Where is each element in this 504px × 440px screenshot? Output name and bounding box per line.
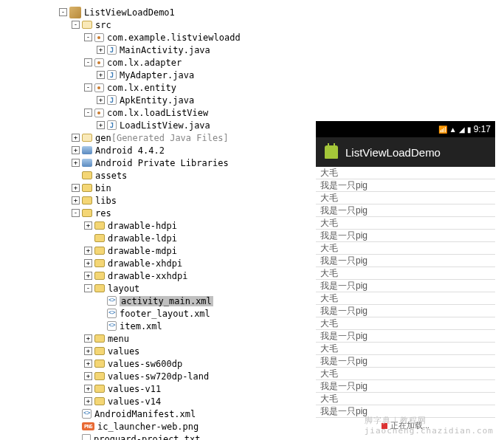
collapse-icon[interactable]: -	[84, 33, 92, 41]
expand-icon[interactable]: +	[84, 259, 92, 267]
expand-icon[interactable]: +	[84, 347, 92, 355]
tree-node[interactable]: +JMyAdapter.java	[0, 69, 310, 81]
expand-icon[interactable]: +	[84, 221, 92, 230]
tree-node[interactable]: drawable-ldpi	[0, 232, 310, 244]
list-item[interactable]: 大毛	[316, 192, 495, 204]
tree-label[interactable]: menu	[108, 334, 129, 344]
tree-node[interactable]: assets	[0, 169, 310, 182]
tree-label[interactable]: drawable-mdpi	[108, 246, 177, 256]
tree-label[interactable]: item.xml	[120, 321, 162, 331]
tree-label[interactable]: src	[95, 20, 111, 30]
tree-node[interactable]: +gen [Generated Java Files]	[0, 131, 310, 144]
collapse-icon[interactable]: -	[72, 209, 80, 217]
tree-label[interactable]: values-v11	[108, 384, 161, 394]
tree-label[interactable]: values	[108, 346, 139, 357]
list-item[interactable]: 我是一只pig	[316, 179, 495, 192]
tree-node[interactable]: proguard-project.txt	[0, 433, 310, 440]
tree-label[interactable]: drawable-ldpi	[108, 233, 177, 244]
list-item[interactable]: 我是一只pig	[316, 330, 495, 343]
collapse-icon[interactable]: -	[84, 284, 92, 292]
collapse-icon[interactable]: -	[84, 109, 92, 117]
collapse-icon[interactable]: -	[84, 58, 92, 66]
list-item[interactable]: 大毛	[316, 368, 495, 380]
tree-node[interactable]: -src	[0, 18, 310, 31]
list-item[interactable]: 我是一只pig	[316, 255, 495, 267]
list-item[interactable]: 大毛	[316, 242, 495, 255]
tree-label[interactable]: values-v14	[108, 396, 161, 407]
list-item[interactable]: 大毛	[316, 217, 495, 230]
list-item[interactable]: 大毛	[316, 267, 495, 280]
tree-node[interactable]: +values-sw600dp	[0, 357, 310, 370]
tree-node[interactable]: AndroidManifest.xml	[0, 408, 310, 420]
tree-label[interactable]: com.lx.loadListView	[107, 108, 208, 118]
tree-label[interactable]: values-sw600dp	[108, 359, 182, 369]
tree-node[interactable]: +values-v11	[0, 382, 310, 395]
expand-icon[interactable]: +	[72, 134, 80, 142]
tree-label[interactable]: ListViewLoadDemo1	[84, 7, 175, 18]
tree-label[interactable]: Android 4.4.2	[95, 145, 165, 156]
tree-node[interactable]: PNGic_launcher-web.png	[0, 420, 310, 433]
tree-label[interactable]: bin	[95, 183, 111, 193]
tree-label[interactable]: com.lx.entity	[107, 83, 176, 93]
list-item[interactable]: 大毛	[316, 317, 495, 330]
tree-node[interactable]: +JMainActivity.java	[0, 44, 310, 56]
list-item[interactable]: 大毛	[316, 343, 495, 355]
expand-icon[interactable]: +	[84, 397, 92, 405]
expand-icon[interactable]: +	[72, 146, 80, 154]
expand-icon[interactable]: +	[84, 372, 92, 380]
collapse-icon[interactable]: -	[84, 83, 92, 92]
tree-label[interactable]: proguard-project.txt	[94, 434, 201, 441]
tree-node[interactable]: -res	[0, 207, 310, 219]
tree-label[interactable]: drawable-xhdpi	[108, 258, 182, 269]
project-tree[interactable]: -ListViewLoadDemo1-src-com.example.listv…	[0, 6, 310, 440]
expand-icon[interactable]: +	[84, 334, 92, 343]
tree-node[interactable]: +drawable-mdpi	[0, 244, 310, 257]
tree-node[interactable]: +menu	[0, 332, 310, 345]
tree-label[interactable]: AndroidManifest.xml	[94, 409, 196, 419]
tree-label[interactable]: footer_layout.xml	[120, 309, 210, 319]
tree-node[interactable]: +drawable-xhdpi	[0, 257, 310, 269]
list-item[interactable]: 大毛	[316, 292, 495, 305]
tree-label[interactable]: values-sw720dp-land	[108, 371, 209, 382]
expand-icon[interactable]: +	[97, 71, 105, 79]
expand-icon[interactable]: +	[84, 247, 92, 255]
expand-icon[interactable]: +	[84, 385, 92, 393]
tree-label[interactable]: drawable-xxhdpi	[108, 271, 187, 281]
tree-label[interactable]: com.lx.adapter	[107, 58, 182, 68]
expand-icon[interactable]: +	[97, 121, 105, 129]
list-item[interactable]: 我是一只pig	[316, 355, 495, 368]
tree-node[interactable]: -ListViewLoadDemo1	[0, 6, 310, 18]
list-item[interactable]: 我是一只pig	[316, 204, 495, 217]
tree-node[interactable]: +bin	[0, 182, 310, 194]
tree-label[interactable]: res	[95, 208, 111, 219]
tree-node[interactable]: +values	[0, 345, 310, 357]
tree-node[interactable]: +libs	[0, 194, 310, 207]
tree-node[interactable]: -com.lx.entity	[0, 81, 310, 94]
expand-icon[interactable]: +	[72, 184, 80, 192]
tree-node[interactable]: -com.lx.loadListView	[0, 106, 310, 119]
tree-node[interactable]: +Android 4.4.2	[0, 144, 310, 157]
tree-label[interactable]: MyAdapter.java	[120, 70, 194, 80]
tree-label[interactable]: LoadListView.java	[120, 120, 210, 131]
tree-label[interactable]: ic_launcher-web.png	[97, 422, 199, 432]
tree-node[interactable]: item.xml	[0, 320, 310, 332]
expand-icon[interactable]: +	[97, 46, 105, 54]
tree-node[interactable]: +values-v14	[0, 395, 310, 408]
list-item[interactable]: 我是一只pig	[316, 280, 495, 292]
list-view[interactable]: 大毛我是一只pig大毛我是一只pig大毛我是一只pig大毛我是一只pig大毛我是…	[316, 167, 495, 418]
list-item[interactable]: 大毛	[316, 393, 495, 405]
expand-icon[interactable]: +	[84, 360, 92, 368]
tree-label[interactable]: com.example.listviewloadd	[107, 32, 241, 43]
collapse-icon[interactable]: -	[59, 8, 67, 16]
tree-label[interactable]: activity_main.xml	[120, 296, 213, 306]
tree-node[interactable]: -com.example.listviewloadd	[0, 31, 310, 44]
tree-node[interactable]: -layout	[0, 282, 310, 295]
expand-icon[interactable]: +	[84, 272, 92, 280]
tree-node[interactable]: footer_layout.xml	[0, 307, 310, 320]
list-item[interactable]: 我是一只pig	[316, 230, 495, 242]
tree-label[interactable]: layout	[108, 283, 139, 294]
tree-label[interactable]: Android Private Libraries	[95, 158, 229, 168]
tree-node[interactable]: +drawable-hdpi	[0, 219, 310, 232]
tree-node[interactable]: -com.lx.adapter	[0, 56, 310, 69]
list-item[interactable]: 我是一只pig	[316, 305, 495, 317]
